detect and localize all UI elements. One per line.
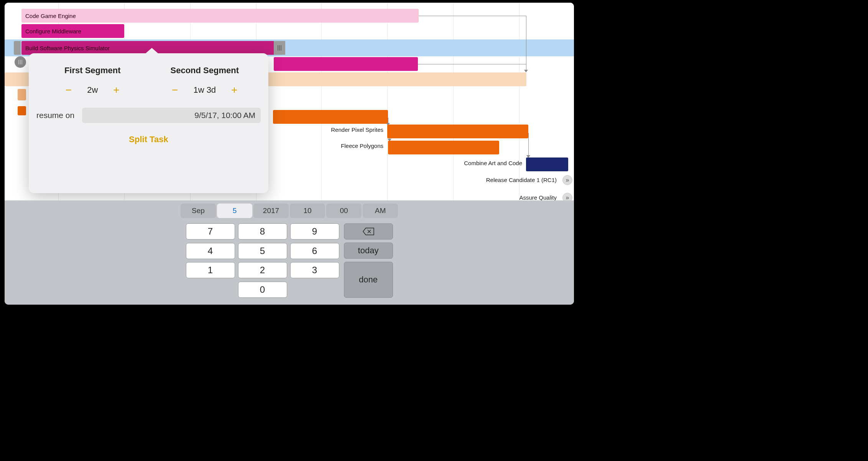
first-segment-increment[interactable]: + bbox=[113, 84, 119, 96]
picker-year[interactable]: 2017 bbox=[253, 203, 289, 218]
picker-hour[interactable]: 10 bbox=[290, 203, 325, 218]
task-label-combine: Combine Art and Code bbox=[442, 160, 522, 166]
key-6[interactable]: 6 bbox=[290, 243, 339, 259]
task-bar-sprites[interactable] bbox=[387, 125, 528, 138]
first-segment-decrement[interactable]: − bbox=[66, 84, 72, 96]
task-bar-middleware[interactable]: Configure Middleware bbox=[21, 24, 124, 38]
task-bar-segment[interactable] bbox=[274, 57, 418, 71]
task-bar-segment[interactable] bbox=[18, 89, 26, 100]
key-3[interactable]: 3 bbox=[290, 262, 339, 278]
second-segment-value: 1w 3d bbox=[193, 85, 216, 95]
number-keypad: 7 8 9 4 5 6 1 2 3 0 bbox=[186, 223, 339, 298]
split-task-button[interactable]: Split Task bbox=[29, 135, 268, 144]
date-picker-panel: Sep 5 2017 10 00 AM 7 8 9 4 5 6 1 2 3 0 bbox=[5, 200, 574, 305]
key-5[interactable]: 5 bbox=[238, 243, 287, 259]
picker-day[interactable]: 5 bbox=[217, 203, 252, 218]
resume-on-label: resume on bbox=[36, 111, 74, 120]
first-segment-value: 2w bbox=[87, 85, 98, 95]
key-8[interactable]: 8 bbox=[238, 223, 287, 240]
second-segment-decrement[interactable]: − bbox=[172, 84, 178, 96]
task-bar-segment[interactable] bbox=[273, 110, 388, 124]
done-key[interactable]: done bbox=[344, 262, 393, 298]
task-resize-handle-left[interactable] bbox=[14, 41, 21, 55]
second-segment-label: Second Segment bbox=[149, 66, 261, 75]
key-0[interactable]: 0 bbox=[238, 282, 287, 298]
task-label-rc1: Release Candidate 1 (RC1) bbox=[457, 177, 557, 183]
picker-ampm[interactable]: AM bbox=[363, 203, 398, 218]
key-9[interactable]: 9 bbox=[290, 223, 339, 240]
key-7[interactable]: 7 bbox=[186, 223, 235, 240]
picker-minute[interactable]: 00 bbox=[326, 203, 362, 218]
resume-date-input[interactable]: 9/5/17, 10:00 AM bbox=[82, 108, 261, 123]
task-label-quality: Assure Quality bbox=[480, 194, 557, 201]
task-label: Configure Middleware bbox=[25, 28, 81, 34]
task-bar-polygons[interactable] bbox=[388, 141, 499, 154]
backspace-icon bbox=[362, 227, 375, 236]
task-bar-combine[interactable] bbox=[526, 157, 568, 171]
split-task-popover: First Segment − 2w + Second Segment − 1w… bbox=[29, 53, 268, 193]
task-bar-code-engine[interactable]: Code Game Engine bbox=[21, 9, 419, 23]
task-label: Build Software Physics Simulator bbox=[25, 45, 110, 51]
backspace-key[interactable] bbox=[344, 223, 393, 240]
expand-button[interactable]: » bbox=[562, 175, 572, 185]
task-label-sprites: Render Pixel Sprites bbox=[311, 126, 383, 133]
picker-month[interactable]: Sep bbox=[181, 203, 216, 218]
key-2[interactable]: 2 bbox=[238, 262, 287, 278]
key-1[interactable]: 1 bbox=[186, 262, 235, 278]
first-segment-label: First Segment bbox=[36, 66, 149, 75]
second-segment-increment[interactable]: + bbox=[231, 84, 237, 96]
key-4[interactable]: 4 bbox=[186, 243, 235, 259]
task-label-polygons: Fleece Polygons bbox=[311, 143, 383, 149]
task-resize-handle-right[interactable] bbox=[274, 41, 285, 55]
task-label: Code Game Engine bbox=[25, 13, 76, 19]
task-bar-segment[interactable] bbox=[18, 106, 26, 115]
milestone-marker[interactable] bbox=[15, 56, 26, 68]
today-key[interactable]: today bbox=[344, 243, 393, 259]
